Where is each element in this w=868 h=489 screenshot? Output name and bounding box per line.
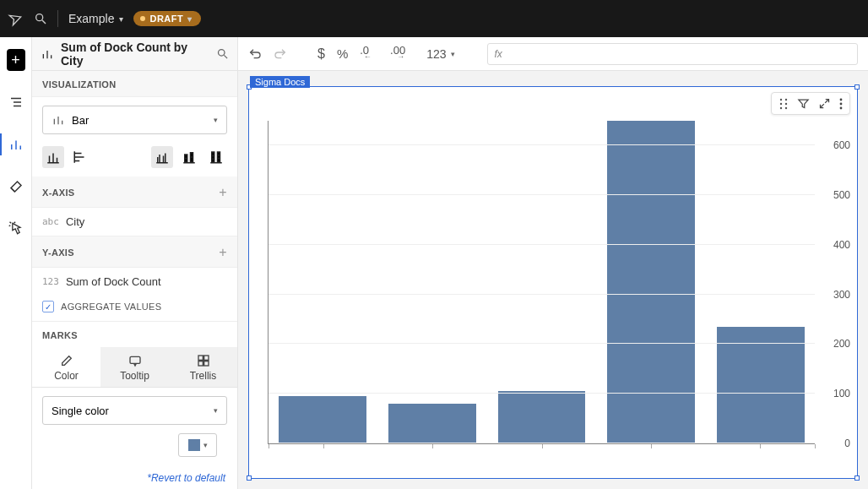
gridline bbox=[269, 343, 815, 344]
resize-handle[interactable] bbox=[854, 475, 860, 481]
search-icon[interactable] bbox=[216, 47, 229, 60]
add-yaxis-button[interactable]: + bbox=[219, 245, 227, 260]
bar[interactable] bbox=[607, 121, 695, 443]
chevron-down-icon: ▾ bbox=[214, 116, 218, 124]
bar[interactable] bbox=[717, 327, 805, 443]
svg-rect-40 bbox=[218, 152, 220, 162]
svg-rect-48 bbox=[203, 361, 208, 366]
y-tick-label: 400 bbox=[833, 239, 850, 251]
aggregate-toggle[interactable]: ✓ AGGREGATE VALUES bbox=[32, 296, 237, 322]
color-mode-select[interactable]: Single color ▾ bbox=[42, 396, 227, 425]
decrease-decimal-button[interactable]: .0← bbox=[360, 47, 378, 60]
xaxis-field[interactable]: abc City bbox=[32, 208, 237, 236]
bar[interactable] bbox=[498, 391, 586, 443]
yaxis-field[interactable]: 123 Sum of Dock Count bbox=[32, 268, 237, 296]
rail-outline[interactable] bbox=[7, 93, 25, 111]
element-toolbar bbox=[771, 92, 850, 115]
undo-button[interactable] bbox=[248, 47, 262, 61]
xaxis-field-name: City bbox=[66, 215, 84, 228]
add-xaxis-button[interactable]: + bbox=[219, 185, 227, 200]
redo-button[interactable] bbox=[274, 47, 287, 61]
app-logo-icon[interactable] bbox=[6, 8, 25, 28]
gridline bbox=[269, 144, 815, 145]
x-tick bbox=[815, 444, 816, 448]
gridline bbox=[269, 443, 815, 443]
x-tick bbox=[651, 444, 652, 448]
increase-decimal-button[interactable]: .00→ bbox=[390, 47, 415, 60]
bar[interactable] bbox=[388, 404, 476, 443]
svg-point-57 bbox=[840, 106, 843, 109]
x-tick bbox=[269, 444, 269, 448]
y-tick-label: 100 bbox=[833, 388, 850, 399]
workspace-dropdown[interactable]: Example ▾ bbox=[68, 12, 123, 25]
resize-handle[interactable] bbox=[247, 475, 252, 481]
bar[interactable] bbox=[279, 396, 366, 443]
visualization-type-select[interactable]: Bar ▾ bbox=[42, 106, 227, 134]
yaxis-field-name: Sum of Dock Count bbox=[66, 275, 161, 288]
svg-point-55 bbox=[840, 98, 843, 101]
resize-handle[interactable] bbox=[854, 84, 860, 90]
formula-bar[interactable]: fx bbox=[487, 43, 858, 65]
svg-point-14 bbox=[219, 50, 225, 57]
panel-title: Sum of Dock Count by City bbox=[61, 41, 209, 68]
aggregate-label: AGGREGATE VALUES bbox=[61, 302, 161, 312]
checkbox-checked-icon: ✓ bbox=[42, 301, 54, 312]
search-icon[interactable] bbox=[34, 12, 47, 25]
selected-element[interactable]: 0100200300400500600 bbox=[248, 86, 858, 479]
rail-chart[interactable] bbox=[7, 135, 25, 154]
color-footer-links: *Revert to default + Add rule bbox=[32, 467, 237, 489]
tab-color[interactable]: Color bbox=[32, 347, 100, 387]
number-format-dropdown[interactable]: 123▾ bbox=[426, 47, 454, 61]
bar-orientation-row bbox=[32, 143, 237, 177]
tab-trellis[interactable]: Trellis bbox=[169, 347, 237, 387]
expand-icon[interactable] bbox=[818, 97, 831, 110]
config-panel: Sum of Dock Count by City VISUALIZATION … bbox=[32, 37, 238, 489]
main-area: $ % .0← .00→ 123▾ fx Sigma Docs bbox=[238, 37, 868, 489]
color-swatch bbox=[188, 439, 200, 451]
bar-icon bbox=[52, 113, 65, 127]
topbar: Example ▾ DRAFT ▾ bbox=[0, 0, 868, 37]
more-icon[interactable] bbox=[839, 98, 843, 110]
chevron-down-icon: ▾ bbox=[203, 441, 208, 449]
y-tick-label: 300 bbox=[833, 289, 850, 301]
svg-line-8 bbox=[9, 222, 11, 224]
gridline bbox=[269, 294, 815, 295]
stacked-bar-button[interactable] bbox=[178, 146, 200, 168]
add-element-button[interactable]: + bbox=[7, 51, 25, 69]
canvas[interactable]: Sigma Docs 0100200300400500600 bbox=[238, 71, 868, 489]
percent-button[interactable]: % bbox=[337, 46, 348, 61]
rail-format[interactable] bbox=[7, 177, 25, 196]
vertical-bar-button[interactable] bbox=[42, 146, 64, 168]
visualization-section-label: VISUALIZATION bbox=[32, 71, 237, 97]
x-tick bbox=[323, 444, 324, 448]
gridline bbox=[269, 393, 815, 394]
visualization-type-value: Bar bbox=[72, 114, 89, 127]
rail-actions[interactable] bbox=[7, 220, 25, 238]
svg-point-52 bbox=[785, 102, 787, 104]
y-tick-label: 200 bbox=[833, 338, 850, 350]
y-tick-label: 600 bbox=[833, 139, 850, 151]
drag-handle-icon[interactable] bbox=[778, 98, 789, 110]
percent-bar-button[interactable] bbox=[205, 146, 227, 168]
tab-tooltip[interactable]: Tooltip bbox=[100, 347, 169, 387]
yaxis-section-label: Y-AXIS + bbox=[32, 236, 237, 268]
svg-point-49 bbox=[780, 98, 782, 100]
y-tick-label: 500 bbox=[833, 189, 850, 201]
marks-section-label: MARKS bbox=[32, 322, 237, 347]
svg-point-53 bbox=[780, 106, 782, 108]
currency-button[interactable]: $ bbox=[317, 46, 325, 62]
status-badge[interactable]: DRAFT ▾ bbox=[133, 11, 200, 26]
xaxis-section-label: X-AXIS + bbox=[32, 177, 237, 208]
revert-default-link[interactable]: *Revert to default bbox=[147, 472, 225, 484]
color-swatch-picker[interactable]: ▾ bbox=[178, 433, 217, 457]
svg-point-56 bbox=[840, 102, 843, 105]
gridline bbox=[269, 194, 815, 195]
svg-line-9 bbox=[14, 222, 15, 224]
chart-icon bbox=[41, 47, 54, 61]
svg-point-54 bbox=[785, 106, 787, 108]
svg-rect-44 bbox=[130, 356, 140, 363]
filter-icon[interactable] bbox=[797, 97, 810, 110]
svg-point-51 bbox=[780, 102, 782, 104]
grouped-bar-button[interactable] bbox=[151, 146, 173, 168]
horizontal-bar-button[interactable] bbox=[69, 146, 91, 168]
